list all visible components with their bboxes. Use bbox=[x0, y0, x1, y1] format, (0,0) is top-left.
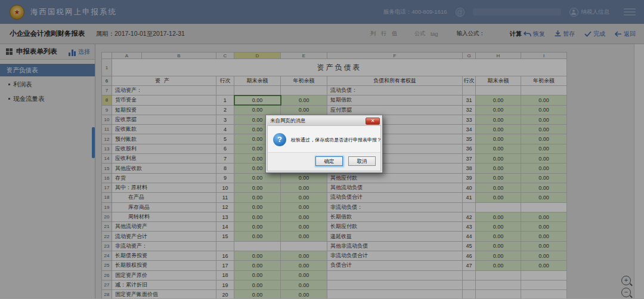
dialog-title: 来自网页的消息 bbox=[270, 118, 306, 125]
question-icon: ? bbox=[273, 133, 286, 146]
app-root: ★ 海西国税网上申报系统 服务电话：400-809-1616 @ 纳税人信息 小… bbox=[0, 0, 644, 299]
cancel-button[interactable]: 取消 bbox=[348, 156, 376, 166]
dialog-title-bar[interactable]: 来自网页的消息 ✕ bbox=[267, 116, 381, 125]
dialog-message: 校验通过，保存成功是否进行申报表申报？ bbox=[291, 137, 382, 143]
close-icon[interactable]: ✕ bbox=[366, 118, 380, 125]
message-dialog: 来自网页的消息 ✕ ? 校验通过，保存成功是否进行申报表申报？ 确定 取消 bbox=[265, 115, 383, 173]
ok-button[interactable]: 确定 bbox=[315, 156, 343, 166]
